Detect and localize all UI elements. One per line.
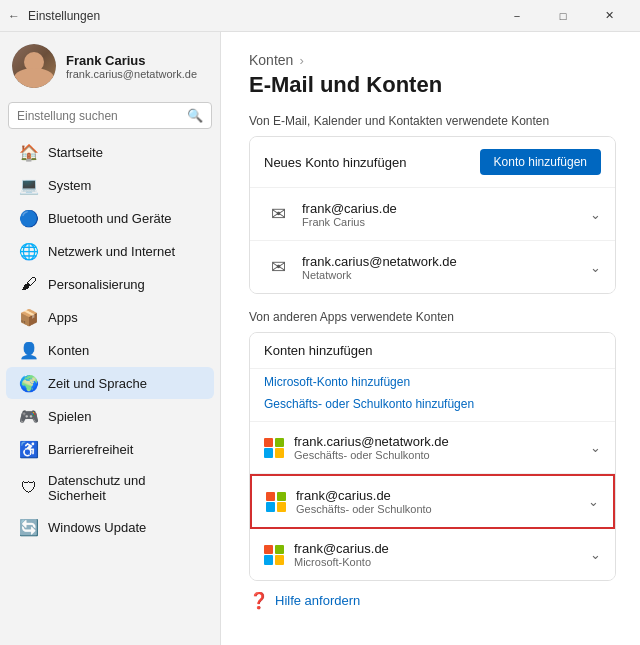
help-row[interactable]: ❓ Hilfe anfordern [249,581,616,610]
apps-account-info-3: frank@carius.de Microsoft-Konto [294,541,590,568]
account-email-1: frank@carius.de [302,201,590,216]
content-area: Konten › E-Mail und Konten Von E-Mail, K… [220,32,640,645]
apps-account-type-1: Geschäfts- oder Schulkonto [294,449,590,461]
ms-logo-2 [266,492,286,512]
add-email-account-row[interactable]: Neues Konto hinzufügen Konto hinzufügen [250,137,615,188]
close-button[interactable]: ✕ [586,0,632,32]
window-controls: − □ ✕ [494,0,632,32]
add-microsoft-account-link[interactable]: Microsoft-Konto hinzufügen [264,375,410,389]
nav-label-update: Windows Update [48,520,146,535]
nav-label-apps: Apps [48,310,78,325]
apps-account-row-2[interactable]: frank@carius.de Geschäfts- oder Schulkon… [250,474,615,529]
sidebar: Frank Carius frank.carius@netatwork.de 🔍… [0,32,220,645]
sidebar-item-startseite[interactable]: 🏠Startseite [6,136,214,168]
breadcrumb-separator: › [299,53,303,68]
account-info-1: frank@carius.de Frank Carius [302,201,590,228]
breadcrumb-parent: Konten [249,52,293,68]
search-icon: 🔍 [187,108,203,123]
apps-account-row-1[interactable]: frank.carius@netatwork.de Geschäfts- ode… [250,422,615,474]
search-box[interactable]: 🔍 [8,102,212,129]
apps-accounts-group: Konten hinzufügen Microsoft-Konto hinzuf… [249,332,616,581]
apps-account-email-1: frank.carius@netatwork.de [294,434,590,449]
apps-section: Von anderen Apps verwendete Konten Konte… [249,310,616,581]
nav-icon-bluetooth: 🔵 [20,209,38,227]
apps-chevron-3: ⌄ [590,547,601,562]
help-icon: ❓ [249,591,269,610]
nav-icon-system: 💻 [20,176,38,194]
sidebar-item-spielen[interactable]: 🎮Spielen [6,400,214,432]
account-name-1: Frank Carius [302,216,590,228]
nav-label-startseite: Startseite [48,145,103,160]
nav-label-spielen: Spielen [48,409,91,424]
chevron-icon-1: ⌄ [590,207,601,222]
titlebar: ← Einstellungen − □ ✕ [0,0,640,32]
sidebar-item-personalisierung[interactable]: 🖌Personalisierung [6,268,214,300]
ms-logo-1 [264,438,284,458]
apps-add-label: Konten hinzufügen [264,343,372,358]
add-account-label: Neues Konto hinzufügen [264,155,406,170]
page-title: E-Mail und Konten [249,72,616,98]
nav-label-konten: Konten [48,343,89,358]
back-icon: ← [8,9,20,23]
avatar [12,44,56,88]
email-section-label: Von E-Mail, Kalender und Kontakten verwe… [249,114,616,128]
account-name-2: Netatwork [302,269,590,281]
sidebar-item-apps[interactable]: 📦Apps [6,301,214,333]
nav-icon-apps: 📦 [20,308,38,326]
apps-account-info-1: frank.carius@netatwork.de Geschäfts- ode… [294,434,590,461]
nav-label-zeit: Zeit und Sprache [48,376,147,391]
sidebar-item-netzwerk[interactable]: 🌐Netzwerk und Internet [6,235,214,267]
mail-icon-2: ✉ [264,253,292,281]
apps-chevron-1: ⌄ [590,440,601,455]
account-email-2: frank.carius@netatwork.de [302,254,590,269]
email-account-row-1[interactable]: ✉ frank@carius.de Frank Carius ⌄ [250,188,615,241]
apps-account-type-3: Microsoft-Konto [294,556,590,568]
sidebar-item-update[interactable]: 🔄Windows Update [6,511,214,543]
nav-icon-startseite: 🏠 [20,143,38,161]
back-button[interactable]: ← [8,9,20,23]
add-work-account-link[interactable]: Geschäfts- oder Schulkonto hinzufügen [264,397,474,411]
nav-label-datenschutz: Datenschutz und Sicherheit [48,473,204,503]
apps-account-email-2: frank@carius.de [296,488,588,503]
help-label: Hilfe anfordern [275,593,360,608]
minimize-button[interactable]: − [494,0,540,32]
breadcrumb: Konten › [249,52,616,68]
apps-account-info-2: frank@carius.de Geschäfts- oder Schulkon… [296,488,588,515]
sidebar-item-konten[interactable]: 👤Konten [6,334,214,366]
nav-icon-konten: 👤 [20,341,38,359]
apps-section-label: Von anderen Apps verwendete Konten [249,310,616,324]
nav-icon-update: 🔄 [20,518,38,536]
sidebar-item-barrierefreiheit[interactable]: ♿Barrierefreiheit [6,433,214,465]
email-accounts-group: Neues Konto hinzufügen Konto hinzufügen … [249,136,616,294]
user-name: Frank Carius [66,53,210,68]
main-layout: Frank Carius frank.carius@netatwork.de 🔍… [0,32,640,645]
search-input[interactable] [17,109,181,123]
mail-icon-1: ✉ [264,200,292,228]
email-account-row-2[interactable]: ✉ frank.carius@netatwork.de Netatwork ⌄ [250,241,615,293]
titlebar-title: Einstellungen [28,9,100,23]
nav-label-bluetooth: Bluetooth und Geräte [48,211,172,226]
apps-add-row: Konten hinzufügen [250,333,615,369]
user-info: Frank Carius frank.carius@netatwork.de [66,53,210,80]
nav-icon-spielen: 🎮 [20,407,38,425]
sidebar-item-bluetooth[interactable]: 🔵Bluetooth und Geräte [6,202,214,234]
chevron-icon-2: ⌄ [590,260,601,275]
maximize-button[interactable]: □ [540,0,586,32]
apps-account-type-2: Geschäfts- oder Schulkonto [296,503,588,515]
sidebar-item-zeit[interactable]: 🌍Zeit und Sprache [6,367,214,399]
account-info-2: frank.carius@netatwork.de Netatwork [302,254,590,281]
nav-label-barrierefreiheit: Barrierefreiheit [48,442,133,457]
nav-icon-zeit: 🌍 [20,374,38,392]
nav-icon-netzwerk: 🌐 [20,242,38,260]
apps-account-email-3: frank@carius.de [294,541,590,556]
apps-account-row-3[interactable]: frank@carius.de Microsoft-Konto ⌄ [250,529,615,580]
nav-list: 🏠Startseite💻System🔵Bluetooth und Geräte🌐… [0,135,220,544]
user-email: frank.carius@netatwork.de [66,68,210,80]
apps-chevron-2: ⌄ [588,494,599,509]
sidebar-item-datenschutz[interactable]: 🛡Datenschutz und Sicherheit [6,466,214,510]
user-profile[interactable]: Frank Carius frank.carius@netatwork.de [0,32,220,98]
sidebar-item-system[interactable]: 💻System [6,169,214,201]
nav-icon-personalisierung: 🖌 [20,275,38,293]
nav-icon-datenschutz: 🛡 [20,479,38,497]
add-account-button[interactable]: Konto hinzufügen [480,149,601,175]
